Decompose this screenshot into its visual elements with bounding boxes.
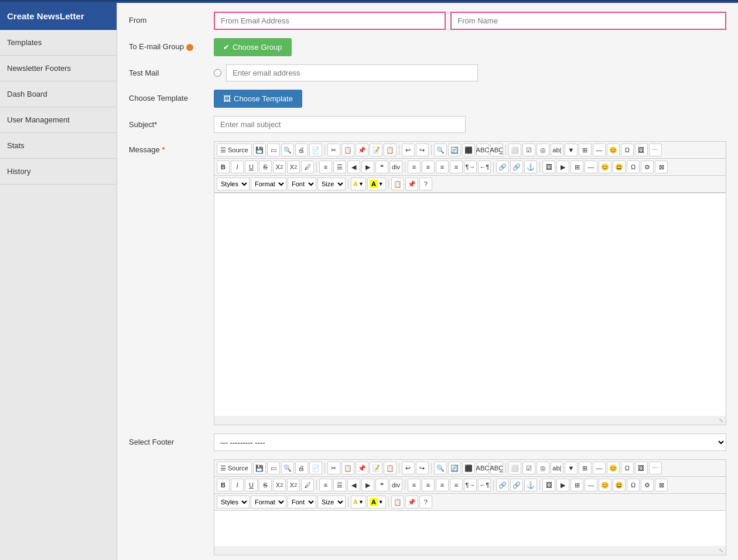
f-bg-color-btn[interactable]: A ▼ bbox=[367, 496, 386, 508]
f-find-btn[interactable]: 🔍 bbox=[434, 462, 447, 474]
f-form-btn[interactable]: ⬜ bbox=[508, 462, 521, 474]
test-mail-input[interactable] bbox=[226, 64, 478, 81]
f-special-btn[interactable]: Ω bbox=[621, 462, 634, 474]
f-select-all-btn[interactable]: ⬛ bbox=[462, 462, 475, 474]
f-print-btn[interactable]: 🖨 bbox=[295, 462, 308, 474]
f-spell-btn[interactable]: ABC bbox=[476, 462, 489, 474]
sidebar-item-dashboard[interactable]: Dash Board bbox=[0, 81, 117, 107]
footer-select[interactable]: --- --------- ---- bbox=[214, 433, 726, 451]
special-char-btn[interactable]: Ω bbox=[621, 144, 634, 156]
checkbox-btn[interactable]: ☑ bbox=[522, 144, 535, 156]
paste-text-btn[interactable]: 📝 bbox=[370, 144, 382, 156]
f-ol-btn[interactable]: ≡ bbox=[319, 479, 332, 491]
preview-btn[interactable]: 🔍 bbox=[281, 144, 294, 156]
table-btn[interactable]: ⊞ bbox=[579, 144, 592, 156]
source-button[interactable]: ☰ Source bbox=[217, 144, 252, 156]
choose-template-button[interactable]: 🖼 Choose Template bbox=[214, 90, 302, 108]
unordered-list-btn[interactable]: ☰ bbox=[333, 161, 346, 173]
maximize-btn[interactable]: ⊠ bbox=[655, 161, 668, 173]
redo-btn[interactable]: ↪ bbox=[416, 144, 429, 156]
print-btn[interactable]: 🖨 bbox=[295, 144, 308, 156]
f-format-select[interactable]: Format bbox=[251, 496, 286, 508]
text-field-btn[interactable]: ab| bbox=[551, 144, 563, 156]
f-underline-btn[interactable]: U bbox=[245, 479, 258, 491]
f-strike-btn[interactable]: S bbox=[259, 479, 272, 491]
justify-right-btn[interactable]: ≡ bbox=[436, 161, 449, 173]
f-copy3-btn[interactable]: 📋 bbox=[391, 496, 404, 508]
f-paste-word-btn[interactable]: 📋 bbox=[384, 462, 397, 474]
f-hline2-btn[interactable]: — bbox=[585, 479, 597, 491]
paste2-btn[interactable]: 📌 bbox=[405, 177, 418, 190]
underline-btn[interactable]: U bbox=[245, 161, 258, 173]
f-max2-btn[interactable]: ⊠ bbox=[655, 479, 668, 491]
f-remformat-btn[interactable]: 🖊 bbox=[301, 479, 314, 491]
bg-color-btn[interactable]: A ▼ bbox=[367, 177, 386, 190]
link-btn[interactable]: 🔗 bbox=[496, 161, 509, 173]
more-btn[interactable]: ⋯ bbox=[649, 144, 662, 156]
sidebar-item-stats[interactable]: Stats bbox=[0, 133, 117, 159]
f-hline-btn[interactable]: — bbox=[593, 462, 606, 474]
f-template-btn[interactable]: 📄 bbox=[309, 462, 322, 474]
smiley2-btn[interactable]: 😊 bbox=[599, 161, 611, 173]
f-font-select[interactable]: Font bbox=[288, 496, 316, 508]
f-more-btn[interactable]: ⋯ bbox=[649, 462, 662, 474]
sidebar-item-user-management[interactable]: User Management bbox=[0, 107, 117, 133]
f-copy-btn[interactable]: 📋 bbox=[341, 462, 354, 474]
f-link-btn[interactable]: 🔗 bbox=[496, 479, 509, 491]
f-preview-btn[interactable]: 🔍 bbox=[281, 462, 294, 474]
f-paste-text-btn[interactable]: 📝 bbox=[370, 462, 382, 474]
f-img2-btn[interactable]: 🖼 bbox=[542, 479, 555, 491]
f-ul-btn[interactable]: ☰ bbox=[333, 479, 346, 491]
help-btn[interactable]: ? bbox=[419, 177, 432, 190]
f-text-btn[interactable]: ab| bbox=[551, 462, 563, 474]
f-indent-btn[interactable]: ▶ bbox=[361, 479, 374, 491]
unlink-btn[interactable]: 🔗 bbox=[510, 161, 523, 173]
find-btn[interactable]: 🔍 bbox=[434, 144, 447, 156]
undo-btn[interactable]: ↩ bbox=[402, 144, 415, 156]
select-field-btn[interactable]: ▼ bbox=[565, 144, 578, 156]
image2-btn[interactable]: 🖼 bbox=[542, 161, 555, 173]
styles-select[interactable]: Styles bbox=[217, 177, 250, 190]
from-name-input[interactable] bbox=[450, 12, 726, 30]
f-font-color-btn[interactable]: A ▼ bbox=[351, 496, 366, 508]
f-sub-btn[interactable]: X2 bbox=[273, 479, 286, 491]
rtl-btn[interactable]: ←¶ bbox=[478, 161, 491, 173]
strikethrough-btn[interactable]: S bbox=[259, 161, 272, 173]
anchor-btn[interactable]: ⚓ bbox=[524, 161, 537, 173]
f-rtl-btn[interactable]: ←¶ bbox=[478, 479, 491, 491]
f-radio-btn[interactable]: ◎ bbox=[537, 462, 549, 474]
test-mail-radio[interactable] bbox=[214, 69, 221, 77]
italic-btn[interactable]: I bbox=[231, 161, 244, 173]
sidebar-item-templates[interactable]: Templates bbox=[0, 30, 117, 56]
f-save-btn[interactable]: 💾 bbox=[253, 462, 266, 474]
plugin-btn[interactable]: ⚙ bbox=[641, 161, 654, 173]
f-anchor-btn[interactable]: ⚓ bbox=[524, 479, 537, 491]
f-undo-btn[interactable]: ↩ bbox=[402, 462, 415, 474]
indent-btn[interactable]: ▶ bbox=[361, 161, 374, 173]
f-sel-btn[interactable]: ▼ bbox=[565, 462, 578, 474]
f-italic-btn[interactable]: I bbox=[231, 479, 244, 491]
message-editor-content[interactable] bbox=[214, 193, 726, 416]
f-bold-btn[interactable]: B bbox=[217, 479, 230, 491]
form-btn[interactable]: ⬜ bbox=[508, 144, 521, 156]
f-spell2-btn[interactable]: ABC̲ bbox=[490, 462, 503, 474]
removeformat-btn[interactable]: 🖊 bbox=[301, 161, 314, 173]
f-paste3-btn[interactable]: 📌 bbox=[405, 496, 418, 508]
f-sm3-btn[interactable]: 😃 bbox=[613, 479, 626, 491]
format-select[interactable]: Format bbox=[251, 177, 286, 190]
footer-editor-content[interactable] bbox=[214, 511, 726, 546]
justify-center-btn[interactable]: ≡ bbox=[422, 161, 435, 173]
radio-btn[interactable]: ◎ bbox=[537, 144, 549, 156]
f-smiley-btn[interactable]: 😊 bbox=[607, 462, 620, 474]
paste-btn[interactable]: 📌 bbox=[356, 144, 368, 156]
f-jright-btn[interactable]: ≡ bbox=[436, 479, 449, 491]
table2-btn[interactable]: ⊞ bbox=[570, 161, 583, 173]
f-div-btn[interactable]: div bbox=[390, 479, 402, 491]
f-new-btn[interactable]: ▭ bbox=[267, 462, 280, 474]
blockquote-btn[interactable]: ❝ bbox=[375, 161, 388, 173]
find-replace-btn[interactable]: 🔄 bbox=[448, 144, 461, 156]
f-styles-select[interactable]: Styles bbox=[217, 496, 250, 508]
cut-btn[interactable]: ✂ bbox=[327, 144, 340, 156]
f-find2-btn[interactable]: 🔄 bbox=[448, 462, 461, 474]
f-blockquote-btn[interactable]: ❝ bbox=[375, 479, 388, 491]
